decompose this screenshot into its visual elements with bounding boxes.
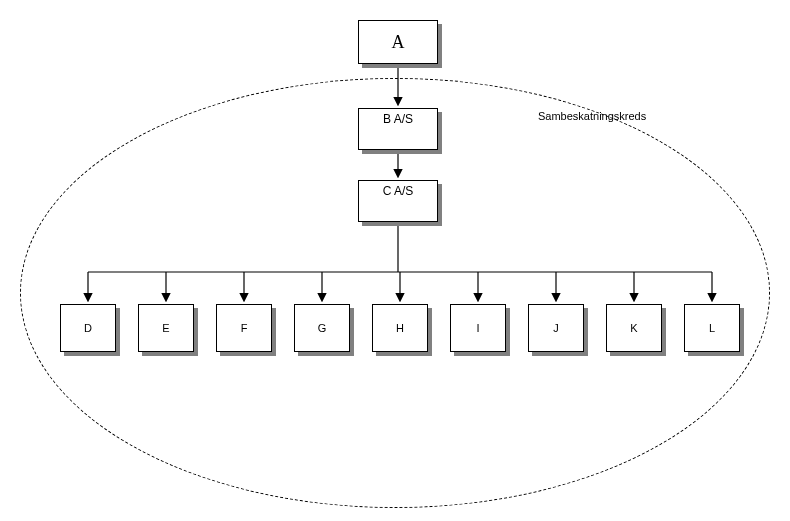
node-j-label: J (553, 322, 559, 334)
node-e-label: E (162, 322, 169, 334)
group-ellipse-label: Sambeskatningskreds (538, 110, 646, 122)
node-h-label: H (396, 322, 404, 334)
node-a-label: A (392, 32, 405, 53)
node-d-label: D (84, 322, 92, 334)
node-i-label: I (476, 322, 479, 334)
node-l-label: L (709, 322, 715, 334)
node-g-label: G (318, 322, 327, 334)
diagram-stage: Sambeskatningskreds A B A/S C A/S D E (0, 0, 790, 521)
node-c-label: C A/S (383, 184, 414, 198)
node-k-label: K (630, 322, 637, 334)
node-f-label: F (241, 322, 248, 334)
node-b-label: B A/S (383, 112, 413, 126)
